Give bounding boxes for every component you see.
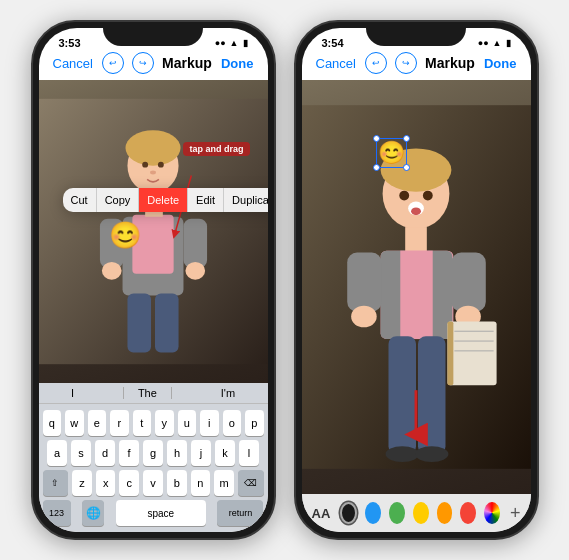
wifi-icon: ▲ — [230, 38, 239, 48]
color-spectrum[interactable] — [484, 502, 500, 524]
signal-icon: ●● — [215, 38, 226, 48]
svg-rect-26 — [422, 251, 451, 339]
svg-point-17 — [382, 158, 449, 229]
notch-right — [366, 22, 466, 46]
key-w[interactable]: w — [65, 410, 84, 436]
key-shift[interactable]: ⇧ — [43, 470, 69, 496]
key-q[interactable]: q — [43, 410, 62, 436]
key-x[interactable]: x — [96, 470, 116, 496]
svg-rect-16 — [302, 105, 531, 469]
emoji-sticker-right[interactable]: 😊 — [378, 140, 405, 165]
suggestion-im[interactable]: I'm — [221, 387, 235, 399]
key-delete[interactable]: ⌫ — [238, 470, 264, 496]
copy-option[interactable]: Copy — [97, 188, 140, 212]
nav-bar-left: Cancel ↩ ↪ Markup Done — [39, 52, 268, 80]
color-orange[interactable] — [437, 502, 453, 524]
photo-area-left: Cut Copy Delete Edit Duplicate tap and d… — [39, 80, 268, 383]
done-button-right[interactable]: Done — [484, 56, 517, 71]
svg-point-30 — [351, 306, 377, 328]
color-blue[interactable] — [365, 502, 381, 524]
signal-icon-r: ●● — [478, 38, 489, 48]
suggestion-i[interactable]: I — [71, 387, 74, 399]
key-s[interactable]: s — [71, 440, 91, 466]
key-r[interactable]: r — [110, 410, 129, 436]
key-space[interactable]: space — [116, 500, 206, 526]
right-phone: 3:54 ●● ▲ ▮ Cancel ↩ ↪ Markup Done — [294, 20, 539, 540]
key-o[interactable]: o — [223, 410, 242, 436]
key-d[interactable]: d — [95, 440, 115, 466]
svg-rect-23 — [405, 227, 427, 255]
toolbar-aa-label[interactable]: AA — [312, 506, 331, 521]
photo-bg-left: Cut Copy Delete Edit Duplicate tap and d… — [39, 80, 268, 383]
key-j[interactable]: j — [191, 440, 211, 466]
time-left: 3:53 — [59, 37, 81, 49]
battery-icon-r: ▮ — [506, 38, 511, 48]
context-menu: Cut Copy Delete Edit Duplicate — [63, 188, 268, 212]
nav-title-left: Markup — [162, 55, 212, 71]
color-yellow[interactable] — [413, 502, 429, 524]
key-globe[interactable]: 🌐 — [82, 500, 104, 526]
color-black[interactable] — [340, 502, 357, 524]
key-n[interactable]: n — [191, 470, 211, 496]
key-u[interactable]: u — [178, 410, 197, 436]
svg-rect-27 — [400, 251, 432, 339]
key-f[interactable]: f — [119, 440, 139, 466]
handle-br[interactable] — [403, 164, 410, 171]
redo-button-left[interactable]: ↪ — [132, 52, 154, 74]
battery-icon: ▮ — [243, 38, 248, 48]
undo-button-right[interactable]: ↩ — [365, 52, 387, 74]
svg-point-12 — [142, 162, 148, 168]
cut-option[interactable]: Cut — [63, 188, 97, 212]
key-b[interactable]: b — [167, 470, 187, 496]
undo-button-left[interactable]: ↩ — [102, 52, 124, 74]
keyboard-row-2: a s d f g h j k l — [43, 440, 264, 466]
key-p[interactable]: p — [245, 410, 264, 436]
screen-left: 3:53 ●● ▲ ▮ Cancel ↩ ↪ Markup Done — [39, 28, 268, 532]
redo-button-right[interactable]: ↪ — [395, 52, 417, 74]
key-return[interactable]: return — [217, 500, 263, 526]
color-green[interactable] — [389, 502, 405, 524]
keyboard-row-bottom: 123 🌐 space return — [43, 500, 264, 526]
svg-rect-33 — [447, 321, 453, 385]
duplicate-option[interactable]: Duplicate — [224, 188, 267, 212]
key-l[interactable]: l — [239, 440, 259, 466]
key-m[interactable]: m — [214, 470, 234, 496]
emoji-sticker-left[interactable]: 😊 — [109, 220, 141, 251]
handle-bl[interactable] — [373, 164, 380, 171]
notch — [103, 22, 203, 46]
svg-point-9 — [185, 262, 205, 280]
key-c[interactable]: c — [119, 470, 139, 496]
left-phone: 3:53 ●● ▲ ▮ Cancel ↩ ↪ Markup Done — [31, 20, 276, 540]
key-a[interactable]: a — [47, 440, 67, 466]
status-icons-left: ●● ▲ ▮ — [215, 38, 248, 48]
time-right: 3:54 — [322, 37, 344, 49]
toolbar-right: AA + — [302, 494, 531, 532]
wifi-icon-r: ▲ — [493, 38, 502, 48]
toolbar-plus-button[interactable]: + — [510, 503, 521, 524]
emoji-sticker-right-wrapper[interactable]: 😊 — [376, 138, 407, 168]
key-t[interactable]: t — [133, 410, 152, 436]
key-k[interactable]: k — [215, 440, 235, 466]
edit-option[interactable]: Edit — [188, 188, 224, 212]
done-button-left[interactable]: Done — [221, 56, 254, 71]
key-z[interactable]: z — [72, 470, 92, 496]
handle-tr[interactable] — [403, 135, 410, 142]
key-e[interactable]: e — [88, 410, 107, 436]
key-i[interactable]: i — [200, 410, 219, 436]
key-g[interactable]: g — [143, 440, 163, 466]
svg-point-2 — [125, 130, 180, 165]
key-h[interactable]: h — [167, 440, 187, 466]
key-y[interactable]: y — [155, 410, 174, 436]
color-red[interactable] — [460, 502, 476, 524]
cancel-button-right[interactable]: Cancel — [316, 56, 356, 71]
cancel-button-left[interactable]: Cancel — [53, 56, 93, 71]
svg-rect-10 — [127, 293, 151, 352]
svg-rect-7 — [183, 219, 207, 268]
key-123[interactable]: 123 — [43, 500, 71, 526]
key-v[interactable]: v — [143, 470, 163, 496]
handle-tl[interactable] — [373, 135, 380, 142]
suggestion-the[interactable]: The — [123, 387, 172, 399]
svg-rect-11 — [154, 293, 178, 352]
delete-option[interactable]: Delete — [139, 188, 188, 212]
svg-point-19 — [399, 191, 409, 201]
